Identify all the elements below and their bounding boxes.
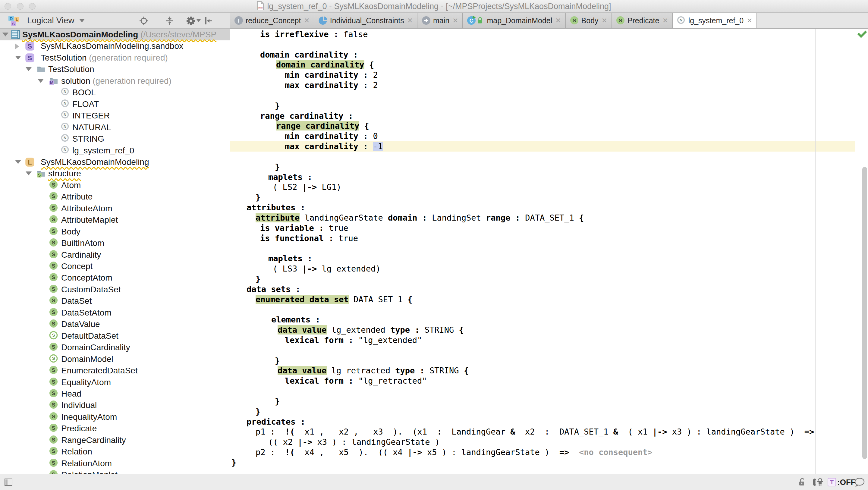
- code-line[interactable]: max cardinality : -1: [285, 141, 383, 152]
- tree-item[interactable]: Msolution (generation required): [0, 75, 230, 87]
- close-tab-icon[interactable]: ✕: [662, 17, 668, 24]
- close-tab-icon[interactable]: ✕: [601, 17, 607, 24]
- tree-item[interactable]: SysMLKaosDomainModeling (/Users/steve/MP…: [0, 29, 230, 40]
- code-line[interactable]: data value lg_retracted type : STRING {: [278, 366, 469, 376]
- chevron-right-icon[interactable]: [15, 43, 19, 50]
- code-line[interactable]: }: [275, 396, 280, 406]
- feedback-bubble-icon[interactable]: [854, 474, 865, 490]
- code-line[interactable]: data sets :: [247, 284, 301, 295]
- code-line[interactable]: }: [275, 356, 280, 366]
- code-line[interactable]: lexical form : "lg_extended": [285, 335, 422, 345]
- tree-item[interactable]: SRangeCardinality: [0, 434, 230, 446]
- hide-panel-icon[interactable]: [204, 17, 213, 26]
- tree-item[interactable]: SAtom: [0, 180, 230, 191]
- tree-item[interactable]: LSysMLKaosDomainModeling: [0, 156, 230, 168]
- close-tab-icon[interactable]: ✕: [453, 17, 458, 24]
- tree-item[interactable]: Sstructure: [0, 168, 230, 179]
- tree-item[interactable]: STestSolution (generation required): [0, 52, 230, 64]
- editor-scrollbar[interactable]: [862, 167, 867, 459]
- tab-Body[interactable]: SBody✕: [566, 13, 612, 28]
- close-tab-icon[interactable]: ✕: [555, 17, 561, 24]
- code-line[interactable]: }: [231, 457, 236, 468]
- code-line[interactable]: attribute landingGearState domain : Land…: [255, 213, 584, 223]
- code-line[interactable]: ( LS3 |-> lg_extended): [273, 264, 381, 274]
- tree-item[interactable]: SBuiltInAtom: [0, 238, 230, 249]
- locate-icon[interactable]: [140, 17, 148, 26]
- tree-item[interactable]: SInequalityAtom: [0, 411, 230, 423]
- code-line[interactable]: is irreflexive : false: [260, 29, 368, 39]
- tree-item[interactable]: SHead: [0, 388, 230, 400]
- tree-item[interactable]: Nlg_system_ref_0: [0, 145, 230, 156]
- tree-item[interactable]: SAttributeMaplet: [0, 214, 230, 226]
- editor[interactable]: is irreflexive : falsedomain cardinality…: [230, 29, 868, 474]
- lock-status-icon[interactable]: [798, 474, 806, 490]
- tree-item[interactable]: SDefaultDataSet: [0, 330, 230, 342]
- code-line[interactable]: is variable : true: [260, 223, 348, 233]
- code-line[interactable]: min cardinality : 2: [285, 70, 378, 80]
- tree-item[interactable]: SConcept: [0, 261, 230, 272]
- tree-item[interactable]: SDataValue: [0, 318, 230, 330]
- tree-item[interactable]: NINTEGER: [0, 110, 230, 121]
- code-line[interactable]: }: [275, 162, 280, 172]
- tree-item[interactable]: SRelationMaplet: [0, 469, 230, 474]
- code-line[interactable]: range cardinality :: [260, 111, 353, 121]
- view-selector[interactable]: Logical View: [27, 13, 85, 28]
- tree-item[interactable]: SDataSet: [0, 295, 230, 307]
- code-line[interactable]: range cardinality {: [276, 121, 369, 131]
- close-tab-icon[interactable]: ✕: [304, 17, 310, 24]
- tab-Individual_Constraints[interactable]: Individual_Constraints✕: [314, 13, 417, 28]
- code-line[interactable]: (( x2 |-> x3 ) : landingGearState ): [268, 437, 440, 447]
- code-line[interactable]: p1 : !( x1 , x2 , x3 ). (x1 : LandingGea…: [255, 427, 814, 437]
- hector-inspector-icon[interactable]: [812, 474, 824, 490]
- close-tab-icon[interactable]: ✕: [407, 17, 413, 24]
- tree-item[interactable]: NFLOAT: [0, 98, 230, 110]
- tree-item[interactable]: NBOOL: [0, 87, 230, 98]
- chevron-down-icon[interactable]: [26, 67, 32, 71]
- code-line[interactable]: ( LS2 |-> LG1): [273, 182, 341, 192]
- chevron-down-icon[interactable]: [2, 33, 8, 36]
- tree-item[interactable]: SPredicate: [0, 423, 230, 434]
- tree-item[interactable]: SAttribute: [0, 191, 230, 203]
- tree-item[interactable]: SRelationAtom: [0, 458, 230, 469]
- gear-icon[interactable]: [186, 16, 195, 27]
- code-line[interactable]: p2 : !( x4 , x5 ). (( x4 |-> x5 ) : land…: [255, 447, 652, 457]
- tree-item[interactable]: SEqualityAtom: [0, 377, 230, 388]
- tab-map_DomainModel[interactable]: Cmap_DomainModel✕: [463, 13, 565, 28]
- close-tab-icon[interactable]: ✕: [747, 17, 752, 24]
- tree-item[interactable]: SAttributeAtom: [0, 203, 230, 214]
- code-line[interactable]: is functional : true: [260, 233, 358, 244]
- tree-item[interactable]: SIndividual: [0, 400, 230, 411]
- code-line[interactable]: elements :: [271, 315, 320, 325]
- code-line[interactable]: maplets :: [268, 172, 312, 182]
- code-line[interactable]: max cardinality : 2: [285, 80, 378, 90]
- code-line[interactable]: }: [275, 101, 280, 111]
- code-line[interactable]: min cardinality : 0: [285, 131, 378, 141]
- tree-item[interactable]: SCardinality: [0, 249, 230, 261]
- tree-item[interactable]: SRelation: [0, 446, 230, 457]
- chevron-down-icon[interactable]: [26, 172, 32, 175]
- toolwindow-toggle-icon[interactable]: [4, 474, 13, 490]
- tab-reduce_Concept[interactable]: Treduce_Concept✕: [230, 13, 314, 28]
- chevron-down-icon[interactable]: [38, 79, 44, 83]
- tree-item[interactable]: SEnumeratedDataSet: [0, 365, 230, 376]
- tab-Predicate[interactable]: SPredicate✕: [612, 13, 673, 28]
- tree-item[interactable]: SCustomDataSet: [0, 284, 230, 295]
- code-line[interactable]: lexical form : "lg_retracted": [285, 376, 427, 386]
- code-line[interactable]: }: [255, 406, 260, 417]
- tree-item[interactable]: SSysMLKaosDomainModeling.sandbox: [0, 40, 230, 52]
- code-line[interactable]: maplets :: [268, 253, 312, 264]
- tree-item[interactable]: SDataSetAtom: [0, 307, 230, 318]
- code-line[interactable]: domain cardinality :: [260, 50, 358, 60]
- tree-item[interactable]: NNATURAL: [0, 122, 230, 133]
- tree-item[interactable]: SConceptAtom: [0, 272, 230, 283]
- tab-main[interactable]: main✕: [417, 13, 463, 28]
- chevron-down-icon[interactable]: [15, 56, 21, 60]
- typesystem-toggle[interactable]: T:OFF: [828, 474, 856, 490]
- code-line[interactable]: data value lg_extended type : STRING {: [278, 325, 464, 335]
- chevron-down-icon[interactable]: [15, 160, 21, 164]
- tab-lg_system_ref_0[interactable]: Nlg_system_ref_0✕: [673, 13, 757, 28]
- code-line[interactable]: domain cardinality {: [276, 60, 374, 70]
- tree-item[interactable]: NSTRING: [0, 133, 230, 145]
- tree-item[interactable]: SBody: [0, 226, 230, 238]
- code-line[interactable]: enumerated data set DATA_SET_1 {: [255, 295, 412, 305]
